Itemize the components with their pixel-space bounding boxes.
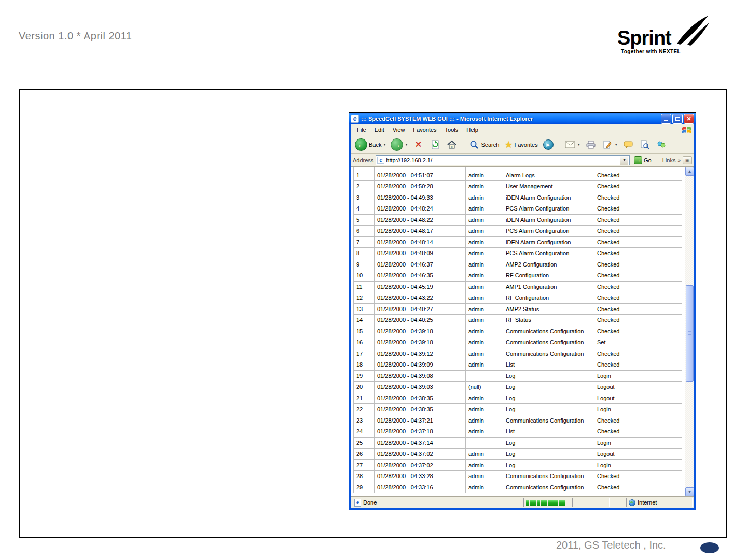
footer-copyright: 2011, GS Teletech , Inc. xyxy=(556,539,666,551)
edit-dropdown-icon[interactable]: ▾ xyxy=(615,142,617,147)
cell-no: 12 xyxy=(354,292,375,304)
stop-icon: ✕ xyxy=(413,139,424,150)
cell-user: admin xyxy=(466,248,503,259)
cell-time: 01/28/2000 - 04:37:18 xyxy=(375,426,466,438)
menu-favorites[interactable]: Favorites xyxy=(409,124,440,135)
cell-no: 1 xyxy=(354,170,375,181)
cell-time: 01/28/2000 - 04:38:35 xyxy=(375,404,466,415)
media-icon: ▶ xyxy=(543,139,554,150)
print-button[interactable] xyxy=(583,138,599,151)
log-row: 2301/28/2000 - 04:37:21adminCommunicatio… xyxy=(354,415,682,426)
cell-time: 01/28/2000 - 04:33:16 xyxy=(375,482,466,493)
cell-user: admin xyxy=(466,348,503,359)
messenger-icon xyxy=(656,139,667,150)
cell-no: 10 xyxy=(354,270,375,282)
links-label[interactable]: Links xyxy=(662,157,676,163)
address-extra-icon[interactable]: ▣ xyxy=(683,156,692,164)
mail-button[interactable]: ▾ xyxy=(562,138,582,151)
cell-action: iDEN Alarm Configuration xyxy=(503,192,594,203)
cell-user: admin xyxy=(466,393,503,404)
media-button[interactable]: ▶ xyxy=(541,138,556,151)
links-chevron-icon[interactable]: » xyxy=(677,158,681,163)
cell-no: 20 xyxy=(354,382,375,393)
home-button[interactable] xyxy=(444,138,460,151)
menu-file[interactable]: File xyxy=(353,124,370,135)
cell-no: 19 xyxy=(354,370,375,382)
scrollbar-thumb[interactable] xyxy=(686,285,694,382)
mail-dropdown-icon[interactable]: ▾ xyxy=(578,142,580,147)
close-button[interactable]: ✕ xyxy=(684,114,694,124)
zone-text: Internet xyxy=(638,499,657,506)
cell-user: admin xyxy=(466,170,503,181)
menu-view[interactable]: View xyxy=(389,124,409,135)
back-dropdown-icon[interactable]: ▾ xyxy=(383,142,385,147)
toolbar-separator xyxy=(559,138,559,151)
minimize-button[interactable] xyxy=(661,114,671,124)
cell-user: admin xyxy=(466,281,503,292)
cell-time: 01/28/2000 - 04:39:09 xyxy=(375,359,466,371)
cell-action: RF Configuration xyxy=(503,292,594,304)
cell-status: Checked xyxy=(594,426,682,438)
print-icon xyxy=(585,139,597,150)
refresh-button[interactable] xyxy=(427,138,443,151)
log-row: 1701/28/2000 - 04:39:12adminCommunicatio… xyxy=(354,348,682,359)
search-button[interactable]: Search xyxy=(466,138,502,151)
cell-action: User Management xyxy=(503,181,594,192)
cell-time: 01/28/2000 - 04:37:14 xyxy=(375,437,466,449)
scroll-up-icon[interactable]: ▲ xyxy=(685,167,694,176)
cell-status: Login xyxy=(594,459,682,471)
cell-status: Checked xyxy=(594,192,682,203)
progress-panel xyxy=(523,498,571,507)
discuss-button[interactable] xyxy=(620,138,636,151)
cell-status: Checked xyxy=(594,170,682,181)
go-arrow-icon: → xyxy=(634,156,642,164)
cell-no: 16 xyxy=(354,337,375,348)
address-dropdown-icon[interactable]: ▾ xyxy=(620,156,628,165)
go-button[interactable]: → Go xyxy=(632,156,654,165)
title-bar: e ::: SpeedCell SYSTEM WEB GUI ::: - Mic… xyxy=(349,113,696,124)
maximize-button[interactable] xyxy=(672,114,683,124)
messenger-button[interactable] xyxy=(654,138,669,151)
status-bar: e Done Internet xyxy=(351,496,694,508)
cell-status: Checked xyxy=(594,303,682,315)
back-icon: ← xyxy=(355,138,367,151)
cell-status: Checked xyxy=(594,415,682,426)
favorites-icon: ★ xyxy=(504,139,513,150)
vertical-scrollbar[interactable]: ▲ ▼ xyxy=(685,167,694,496)
cell-status: Checked xyxy=(594,214,682,226)
favorites-button[interactable]: ★ Favorites xyxy=(502,138,540,151)
cell-no: 29 xyxy=(354,482,375,493)
sprint-swoosh-icon xyxy=(676,15,710,47)
status-empty-panel xyxy=(572,498,610,507)
progress-segment xyxy=(530,500,533,506)
cell-no: 11 xyxy=(354,281,375,292)
forward-dropdown-icon[interactable]: ▾ xyxy=(405,142,407,147)
cell-user: admin xyxy=(466,359,503,371)
cell-status: Checked xyxy=(594,270,682,282)
cell-status: Checked xyxy=(594,292,682,304)
scroll-down-icon[interactable]: ▼ xyxy=(685,487,694,496)
cell-action: Communications Configuration xyxy=(503,326,594,337)
research-icon xyxy=(639,139,651,150)
menu-help[interactable]: Help xyxy=(462,124,482,135)
status-empty-panel-2 xyxy=(611,498,625,507)
stop-button[interactable]: ✕ xyxy=(411,138,426,151)
address-input[interactable]: e http://192.168.2.1/ ▾ xyxy=(376,155,630,165)
research-button[interactable] xyxy=(637,138,653,151)
log-row: 101/28/2000 - 04:51:07adminAlarm LogsChe… xyxy=(354,170,682,181)
cell-status: Set xyxy=(594,337,682,348)
cell-action: List xyxy=(503,426,594,438)
cell-user xyxy=(466,370,503,382)
cell-action: RF Status xyxy=(503,315,594,326)
menu-tools[interactable]: Tools xyxy=(441,124,463,135)
log-row: 1501/28/2000 - 04:39:18adminCommunicatio… xyxy=(354,326,682,337)
cell-no: 28 xyxy=(354,471,375,482)
address-bar: Address e http://192.168.2.1/ ▾ → Go Lin… xyxy=(351,154,694,167)
forward-button[interactable]: → ▾ xyxy=(389,137,409,152)
cell-status: Checked xyxy=(594,181,682,192)
back-button[interactable]: ← Back ▾ xyxy=(353,137,388,152)
edit-button[interactable]: ▾ xyxy=(600,138,619,151)
status-left-panel: e Done xyxy=(352,498,522,507)
menu-edit[interactable]: Edit xyxy=(370,124,389,135)
cell-user: admin xyxy=(466,236,503,248)
